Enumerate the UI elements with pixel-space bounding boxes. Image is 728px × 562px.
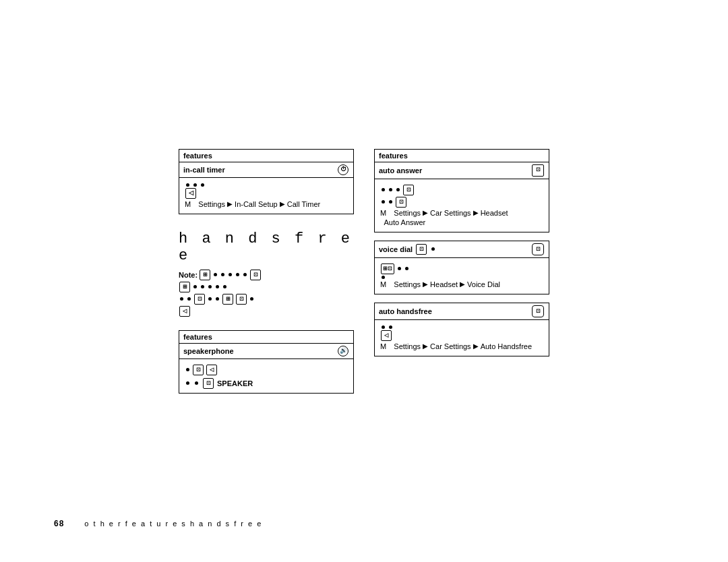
sp-dot-2 [186,381,189,385]
dot-2 [193,183,197,187]
note-icon-3: ⊞ [179,282,190,292]
vd-headset: Headset [430,280,458,288]
dot-n15 [250,297,253,301]
dot-n8 [208,285,212,288]
dot-n12 [187,297,191,301]
sp-dot-3 [195,381,198,385]
speakerphone-label: speakerphone [183,347,234,355]
aa-nav-row-2: ⊡ [380,197,543,208]
aa-nav-row-3: M Settings ▶ Car Settings ▶ Headset [380,209,543,217]
left-column: features in-call timer ⏱ ◁ M [179,149,354,394]
note-row-1: Note: ⊞ ⊡ [179,270,354,280]
aa-icon-2: ⊡ [396,197,406,208]
features-header-3: features [375,150,549,162]
vd-dot-3 [382,276,385,279]
vd-dot-2 [405,267,408,270]
handsfree-title: h a n d s f r e e [179,230,354,264]
aa-settings: Settings [388,209,421,217]
nav-row-1 [185,183,348,187]
sp-dot-1 [186,368,189,371]
ah-dot-1 [382,325,385,329]
ah-m: M [380,342,386,350]
note-icon-2: ⊡ [250,270,261,280]
note-row-2: ⊞ [179,282,354,292]
vd-icon-main: ⊡ [532,243,544,255]
speakerphone-box: features speakerphone 🔊 ⊡ ◁ ⊡ SP [179,330,354,394]
ah-arrow-1: ▶ [423,342,428,350]
auto-answer-label: auto answer [379,166,422,175]
auto-handsfree-label: auto handsfree [379,307,432,315]
ah-arrow-2: ▶ [473,342,479,350]
note-icon-1: ⊞ [200,270,210,280]
auto-answer-subheader: auto answer ⊡ [375,162,549,179]
nav-row-3: M Settings ▶ In-Call Setup ▶ Call Timer [185,200,348,208]
ah-icon-main: ⊡ [532,305,544,317]
auto-answer-icon-1: ⊡ [532,164,544,177]
aa-dot-3 [396,188,400,191]
vd-nav-icon: ⊞⊡ [381,263,394,274]
dot-n2 [221,273,224,276]
aa-nav-row-4: Auto Answer [380,218,543,226]
note-icon-7: ◁ [179,306,190,317]
vd-nav-row-3: M Settings ▶ Headset ▶ Voice Dial [380,280,543,288]
aa-m: M [380,209,386,217]
nav-row-2: ◁ [185,188,348,199]
content-area: features in-call timer ⏱ ◁ M [179,149,549,394]
vd-arrow-1: ▶ [423,280,428,288]
dot-n4 [236,273,239,276]
in-call-setup-label: In-Call Setup [235,200,278,208]
footer: 68 o t h e r f e a t u r e s h a n d s f… [0,519,728,528]
auto-answer-content: ⊡ ⊡ M Settings ▶ Car Settings ▶ Headset [375,179,549,232]
vd-settings: Settings [388,280,421,288]
nav-icon-1: ◁ [185,188,196,199]
settings-label-1: Settings [192,200,225,208]
ah-auto-handsfree: Auto Handsfree [481,342,532,350]
dot-n9 [216,285,219,288]
page-number: 68 [54,519,64,528]
vd-arrow-2: ▶ [460,280,465,288]
vd-icon-1: ⊡ [416,244,427,255]
speakerphone-icon: 🔊 [338,346,348,356]
auto-handsfree-content: ◁ M Settings ▶ Car Settings ▶ Auto Hands… [375,320,549,356]
speaker-nav-row-1: ⊡ ◁ [185,365,348,375]
nav-m-label: M [185,200,191,208]
page: features in-call timer ⏱ ◁ M [0,0,728,562]
speaker-label-row: ⊡ SPEAKER [185,378,348,389]
ah-car-settings: Car Settings [430,342,471,350]
call-timer-label: Call Timer [287,200,321,208]
sp-icon-3: ⊡ [203,378,214,389]
timer-icon: ⏱ [338,164,348,175]
aa-arrow-2: ▶ [473,209,479,216]
arrow-2: ▶ [280,200,285,208]
dot-n6 [193,285,197,288]
note-icon-5: ⊞ [222,294,233,305]
aa-arrow-1: ▶ [423,209,428,216]
dot-3 [201,183,204,187]
vd-nav-row-2 [380,276,543,279]
in-call-timer-box: features in-call timer ⏱ ◁ M [179,149,354,214]
dot-n11 [180,297,183,301]
aa-nav-row-1: ⊡ [380,185,543,195]
ah-settings: Settings [388,342,421,350]
dot-n14 [216,297,219,301]
aa-auto-answer-path: Auto Answer [380,218,425,226]
dot-n1 [214,273,217,276]
note-icon-4: ⊡ [194,294,205,305]
speakerphone-subheader: speakerphone 🔊 [179,344,353,359]
dot-n3 [229,273,232,276]
dot-n10 [223,285,226,288]
voice-dial-label: voice dial [379,245,413,253]
note-icon-6: ⊡ [236,294,247,305]
aa-dot-1 [382,188,385,191]
aa-icon-1: ⊡ [403,185,414,195]
auto-handsfree-subheader: auto handsfree ⊡ [375,303,549,320]
ah-nav-row-3: M Settings ▶ Car Settings ▶ Auto Handsfr… [380,342,543,350]
aa-dot-5 [389,200,392,204]
dot-n7 [201,285,204,288]
auto-handsfree-box: auto handsfree ⊡ ◁ M Settings ▶ [374,303,549,356]
voice-dial-subheader: voice dial ⊡ ⊡ [375,241,549,258]
speaker-text: SPEAKER [217,379,253,387]
vd-nav-row-1: ⊞⊡ [380,263,543,274]
ah-nav-row-2: ◁ [380,330,543,341]
dot-n5 [243,273,247,276]
